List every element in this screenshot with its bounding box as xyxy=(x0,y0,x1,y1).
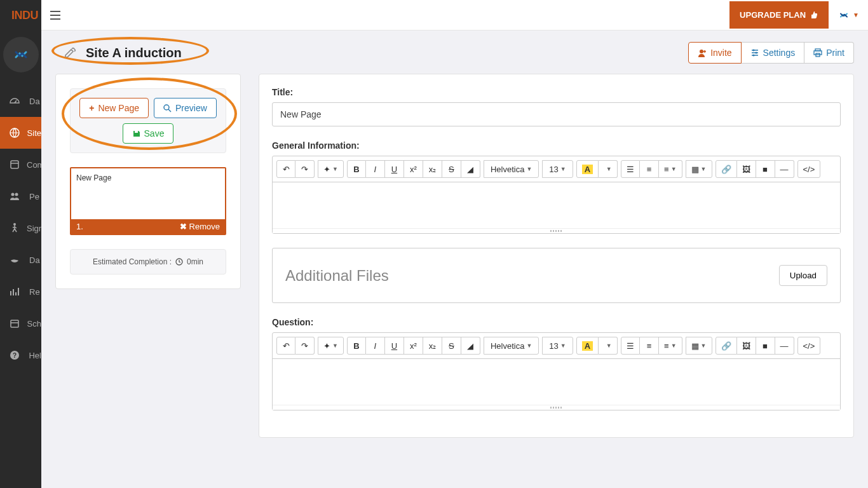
sidebar-item-people[interactable]: Pe xyxy=(0,180,41,212)
text-color-button[interactable]: A xyxy=(576,160,599,178)
italic-button[interactable]: I xyxy=(366,337,385,355)
clear-format-button[interactable]: ◢ xyxy=(461,160,480,178)
sidebar: INDU Da Site Com Pe Sign Da Re Sch ?Hel xyxy=(0,0,41,488)
superscript-button[interactable]: x² xyxy=(404,160,423,178)
image-button[interactable]: 🖼 xyxy=(737,337,756,355)
font-family-dropdown[interactable]: Helvetica▼ xyxy=(484,160,539,178)
subscript-button[interactable]: x₂ xyxy=(423,160,442,178)
page-thumbnail[interactable]: New Page 1. ✖ Remove xyxy=(70,167,226,235)
chart-icon xyxy=(9,286,23,297)
page-title: Site A induction xyxy=(86,46,182,60)
editor-textarea[interactable] xyxy=(273,359,840,405)
text-color-dropdown[interactable]: ▼ xyxy=(599,337,618,355)
italic-button[interactable]: I xyxy=(366,160,385,178)
table-dropdown[interactable]: ▦▼ xyxy=(686,337,712,355)
hr-button[interactable]: — xyxy=(775,160,794,178)
font-family-label: Helvetica xyxy=(491,165,524,174)
video-button[interactable]: ■ xyxy=(756,160,775,178)
user-plus-icon xyxy=(698,48,707,57)
redo-button[interactable]: ↷ xyxy=(295,337,315,355)
table-dropdown[interactable]: ▦▼ xyxy=(686,160,712,178)
text-color-dropdown[interactable]: ▼ xyxy=(599,160,618,178)
settings-button[interactable]: Settings xyxy=(742,42,805,64)
code-view-button[interactable]: </> xyxy=(797,337,821,355)
video-button[interactable]: ■ xyxy=(756,337,775,355)
font-family-dropdown[interactable]: Helvetica▼ xyxy=(484,337,539,355)
sidebar-item-label: Sch xyxy=(27,319,41,329)
print-button[interactable]: Print xyxy=(804,42,854,64)
video-icon: ■ xyxy=(763,341,768,351)
invite-button[interactable]: Invite xyxy=(688,42,741,64)
clear-format-button[interactable]: ◢ xyxy=(461,337,480,355)
svg-text:?: ? xyxy=(13,352,17,359)
image-icon: 🖼 xyxy=(742,341,750,351)
sidebar-item-company[interactable]: Com xyxy=(0,149,41,180)
strikethrough-button[interactable]: S xyxy=(442,337,461,355)
text-color-button[interactable]: A xyxy=(576,337,599,355)
svg-rect-6 xyxy=(11,320,18,327)
page-number: 1. xyxy=(76,222,83,231)
upgrade-label: UPGRADE PLAN xyxy=(740,10,806,20)
strikethrough-button[interactable]: S xyxy=(442,160,461,178)
unordered-list-button[interactable]: ☰ xyxy=(621,337,640,355)
sidebar-item-data[interactable]: Da xyxy=(0,244,41,276)
svg-point-10 xyxy=(700,50,703,53)
superscript-button[interactable]: x² xyxy=(404,337,423,355)
header-actions: Invite Settings Print xyxy=(688,42,854,64)
page-header: Site A induction Invite Settings Print xyxy=(55,42,854,64)
underline-button[interactable]: U xyxy=(385,337,404,355)
hr-button[interactable]: — xyxy=(775,337,794,355)
edit-icon[interactable] xyxy=(63,46,77,60)
sidebar-item-sites[interactable]: Site xyxy=(0,117,41,149)
preview-button[interactable]: Preview xyxy=(154,98,217,118)
editor-textarea[interactable] xyxy=(273,182,840,228)
font-size-dropdown[interactable]: 13▼ xyxy=(542,337,573,355)
link-button[interactable]: 🔗 xyxy=(715,337,737,355)
image-button[interactable]: 🖼 xyxy=(737,160,756,178)
magic-button[interactable]: ✦▼ xyxy=(318,160,344,178)
editor-panel: Title: General Information: ↶↷ ✦▼ B I U … xyxy=(259,74,854,438)
thumbs-up-icon xyxy=(810,11,818,20)
sidebar-item-dashboard[interactable]: Da xyxy=(0,85,41,117)
editor-toolbar: ↶↷ ✦▼ B I U x² x₂ S ◢ Helvetica▼ 13▼ A▼ xyxy=(273,156,840,182)
align-dropdown[interactable]: ≡▼ xyxy=(659,337,682,355)
ordered-list-button[interactable]: ≡ xyxy=(640,160,659,178)
plus-icon: + xyxy=(89,103,94,113)
ol-icon: ≡ xyxy=(647,341,652,351)
editor-resize-handle[interactable] xyxy=(273,405,840,410)
bold-button[interactable]: B xyxy=(347,337,366,355)
org-logo[interactable] xyxy=(3,37,39,72)
brand-logo: INDU xyxy=(0,0,41,30)
sidebar-item-reports[interactable]: Re xyxy=(0,276,41,308)
upload-button[interactable]: Upload xyxy=(779,265,827,286)
title-input[interactable] xyxy=(272,102,841,126)
additional-files-box: Additional Files Upload xyxy=(272,248,841,303)
link-button[interactable]: 🔗 xyxy=(715,160,737,178)
unordered-list-button[interactable]: ☰ xyxy=(621,160,640,178)
general-info-label: General Information: xyxy=(272,140,841,151)
underline-button[interactable]: U xyxy=(385,160,404,178)
pages-panel: +New Page Preview Save New Page 1. ✖ Rem… xyxy=(55,74,241,289)
code-view-button[interactable]: </> xyxy=(797,160,821,178)
magic-button[interactable]: ✦▼ xyxy=(318,337,344,355)
subscript-button[interactable]: x₂ xyxy=(423,337,442,355)
user-menu[interactable]: ▼ xyxy=(837,9,859,22)
sidebar-item-signin[interactable]: Sign xyxy=(0,212,41,244)
sidebar-item-help[interactable]: ?Hel xyxy=(0,339,41,371)
ul-icon: ☰ xyxy=(627,165,634,174)
ordered-list-button[interactable]: ≡ xyxy=(640,337,659,355)
menu-toggle-icon[interactable] xyxy=(50,11,60,20)
new-page-button[interactable]: +New Page xyxy=(79,98,149,118)
font-size-dropdown[interactable]: 13▼ xyxy=(542,160,573,178)
video-icon: ■ xyxy=(763,165,768,174)
upgrade-plan-button[interactable]: UPGRADE PLAN xyxy=(729,1,829,29)
bold-button[interactable]: B xyxy=(347,160,366,178)
undo-button[interactable]: ↶ xyxy=(276,337,295,355)
sidebar-item-schedule[interactable]: Sch xyxy=(0,308,41,339)
align-dropdown[interactable]: ≡▼ xyxy=(659,160,682,178)
redo-button[interactable]: ↷ xyxy=(295,160,315,178)
editor-resize-handle[interactable] xyxy=(273,228,840,233)
remove-page-button[interactable]: ✖ Remove xyxy=(180,222,220,231)
save-button[interactable]: Save xyxy=(123,123,174,144)
undo-button[interactable]: ↶ xyxy=(276,160,295,178)
